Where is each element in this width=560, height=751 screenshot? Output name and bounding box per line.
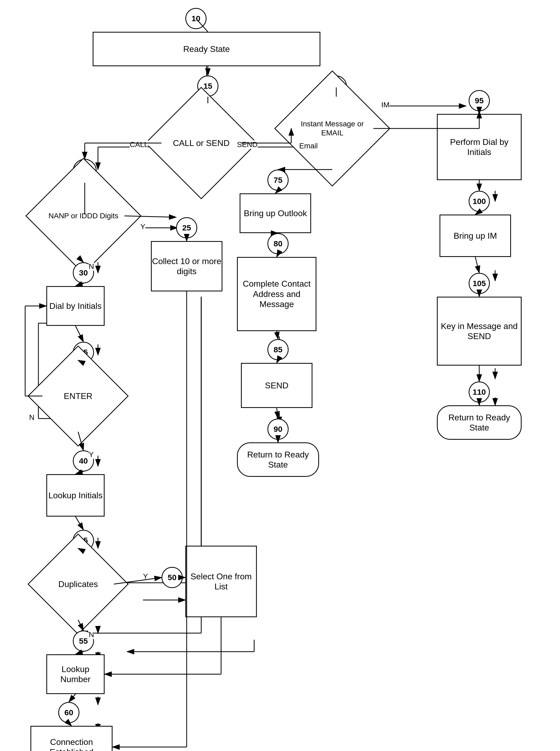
node-90-rounded: Return to Ready State xyxy=(237,442,319,477)
node-85-rect: SEND xyxy=(241,363,313,408)
node-70-diamond: Instant Message or EMAIL xyxy=(274,71,390,186)
svg-line-92 xyxy=(277,331,278,339)
node-110-circle: 110 xyxy=(469,381,490,403)
node-105-rect: Key in Message and SEND xyxy=(437,297,522,365)
node-40-rect: Lookup Initials xyxy=(46,474,105,517)
node-50-circle: 50 xyxy=(161,567,183,588)
node-50-rect: Select One from List xyxy=(185,546,257,617)
svg-line-99 xyxy=(475,257,479,273)
node-20-diamond: NANP or IDDD Digits xyxy=(25,158,141,274)
svg-line-70 xyxy=(76,326,83,342)
svg-line-76 xyxy=(76,472,83,474)
svg-line-93 xyxy=(277,360,278,363)
flowchart: 10 Ready State 15 CALL or SEND 70 Instan… xyxy=(0,0,560,751)
node-25-circle: 25 xyxy=(176,217,197,238)
edge-label-y-20: Y xyxy=(140,222,145,231)
node-45-diamond: Duplicates xyxy=(27,534,129,635)
svg-line-85 xyxy=(69,694,76,702)
node-90-circle: 90 xyxy=(267,418,288,440)
node-10: 10 xyxy=(185,8,206,29)
node-60-circle: 60 xyxy=(58,702,79,723)
edge-label-n-45: N xyxy=(89,631,94,639)
node-110-rounded: Return to Ready State xyxy=(437,405,522,440)
edge-label-n-35: N xyxy=(29,413,35,422)
edge-label-y-45: Y xyxy=(143,572,148,581)
node-80-rect: Complete Contact Address and Message xyxy=(237,257,316,331)
edge-label-im: IM xyxy=(381,101,389,109)
node-30-rect: Dial by Initials xyxy=(46,286,105,326)
node-60-rect: Connection Established xyxy=(31,726,113,751)
node-75-rect: Bring up Outlook xyxy=(240,193,311,233)
node-95-rect: Perform Dial by Initials xyxy=(437,114,522,180)
svg-line-84 xyxy=(76,652,83,654)
edge-label-call: CALL xyxy=(130,140,148,149)
edge-label-send: SEND xyxy=(237,140,258,149)
node-105-circle: 105 xyxy=(469,273,490,294)
node-100-rect: Bring up IM xyxy=(440,215,511,257)
svg-line-77 xyxy=(76,517,83,530)
ready-state-box: Ready State xyxy=(93,32,320,66)
node-35-diamond: ENTER xyxy=(27,345,129,447)
node-100-circle: 100 xyxy=(469,191,490,212)
svg-line-98 xyxy=(475,212,479,215)
svg-line-86 xyxy=(69,723,72,726)
node-25-rect: Collect 10 or more digits xyxy=(151,241,222,291)
node-80-circle: 80 xyxy=(267,233,288,254)
node-55-rect: Lookup Number xyxy=(46,654,105,694)
svg-line-89 xyxy=(275,191,278,193)
edge-label-email: Email xyxy=(299,142,318,150)
svg-line-91 xyxy=(277,254,278,257)
svg-line-94 xyxy=(277,408,278,418)
node-95-circle: 95 xyxy=(469,90,490,111)
edge-label-y-35: Y xyxy=(89,450,94,459)
node-85-circle: 85 xyxy=(267,339,288,360)
edge-label-n-20: N xyxy=(89,262,94,271)
svg-line-69 xyxy=(76,283,83,286)
node-75-circle: 75 xyxy=(267,170,288,191)
